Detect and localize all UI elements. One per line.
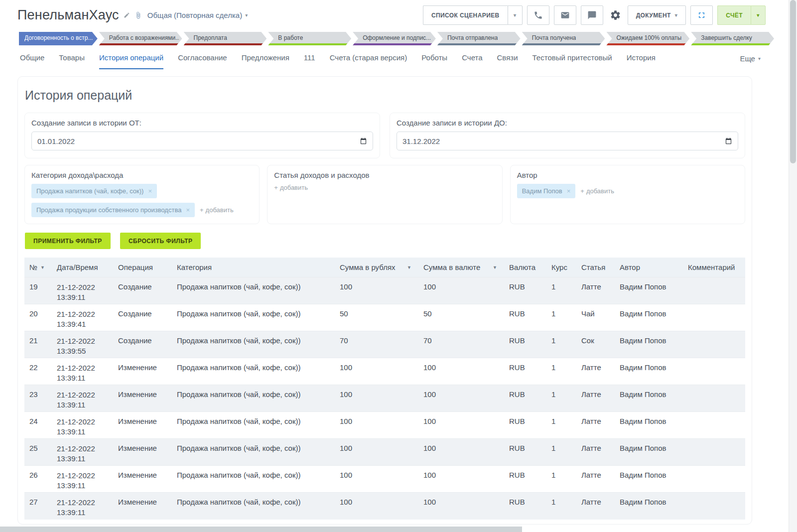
chip-remove-icon[interactable]: × — [148, 187, 152, 195]
vertical-scrollbar[interactable] — [789, 0, 797, 532]
pipeline-stage-2[interactable]: Работа с возражениями... — [99, 32, 182, 45]
column-header-4: Категория — [173, 258, 336, 277]
date-line: 21-12-2022 — [57, 471, 110, 481]
pipeline-stage-4[interactable]: В работе — [268, 32, 351, 45]
column-header-inner: Статья — [581, 263, 612, 271]
horizontal-scrollbar-thumb[interactable] — [0, 527, 522, 532]
tab-more[interactable]: Еще ▾ — [740, 54, 761, 69]
vertical-scrollbar-thumb[interactable] — [790, 0, 796, 163]
stage-label: Оформление и подпис... — [363, 34, 431, 41]
reset-filter-button[interactable]: СБРОСИТЬ ФИЛЬТР — [120, 233, 201, 249]
date-to-value: 31.12.2022 — [402, 137, 440, 145]
tab-1[interactable]: Общие — [20, 53, 44, 69]
tab-2[interactable]: Товары — [59, 53, 85, 69]
tab-11[interactable]: Тестовый притестовый — [532, 53, 612, 69]
table-row[interactable]: 2721-12-202213:39:11ИзменениеПродажа нап… — [24, 493, 745, 520]
stage-label: Ожидаем 100% оплаты — [616, 34, 681, 41]
sort-icon[interactable]: ▼ — [493, 265, 501, 270]
column-header-1[interactable]: №▼ — [24, 258, 53, 277]
pipeline-stage-3[interactable]: Предоплата — [184, 32, 267, 45]
chip-remove-icon[interactable]: × — [186, 206, 190, 214]
scenarios-button[interactable]: СПИСОК СЦЕНАРИЕВ — [423, 5, 508, 25]
table-row[interactable]: 2121-12-202213:39:55СозданиеПродажа напи… — [24, 331, 745, 358]
calendar-icon — [360, 137, 367, 145]
table-row[interactable]: 2421-12-202213:39:11ИзменениеПродажа нап… — [24, 412, 745, 439]
sort-icon[interactable]: ▼ — [40, 265, 49, 270]
column-header-6[interactable]: Сумма в валюте▼ — [419, 258, 505, 277]
tab-4[interactable]: Согласование — [178, 53, 227, 69]
column-header-5[interactable]: Сумма в рублях▼ — [336, 258, 419, 277]
chip-label: Продажа продукции собственного производс… — [36, 206, 181, 214]
history-card: История операций Создание записи в истор… — [17, 76, 752, 525]
table-row[interactable]: 2521-12-202213:39:11ИзменениеПродажа нап… — [24, 439, 745, 466]
date-from-input[interactable]: 01.01.2022 — [31, 132, 373, 150]
document-button[interactable]: ДОКУМЕНТ ▾ — [628, 5, 686, 25]
scenarios-dropdown-button[interactable]: ▾ — [508, 5, 523, 25]
attachment-icon[interactable] — [134, 11, 142, 19]
table-cell: Вадим Попов — [616, 466, 684, 493]
tab-8[interactable]: Роботы — [421, 53, 447, 69]
column-header-11: Комментарий — [684, 258, 745, 277]
column-header-9: Статья — [577, 258, 616, 277]
date-to-input[interactable]: 31.12.2022 — [397, 132, 738, 150]
tab-5[interactable]: Предложения — [242, 53, 289, 69]
tab-9[interactable]: Счета — [462, 53, 482, 69]
chevron-down-icon: ▾ — [758, 56, 761, 61]
column-header-inner: Комментарий — [688, 263, 741, 271]
edit-title-icon[interactable] — [124, 12, 130, 18]
column-header-label: Комментарий — [688, 263, 735, 271]
tab-10[interactable]: Связи — [497, 53, 518, 69]
table-cell: 1 — [547, 277, 577, 304]
table-cell: RUB — [505, 466, 547, 493]
author-add-link[interactable]: + добавить — [580, 187, 614, 195]
sort-icon[interactable]: ▼ — [407, 265, 415, 270]
table-cell: 70 — [419, 331, 505, 358]
tab-3[interactable]: История операций — [99, 53, 163, 69]
mail-icon — [560, 10, 570, 20]
phone-button[interactable] — [527, 5, 549, 25]
table-cell: Вадим Попов — [616, 331, 684, 358]
table-cell: 27 — [24, 493, 53, 520]
table-row[interactable]: 2321-12-202213:39:11ИзменениеПродажа нап… — [24, 385, 745, 412]
pipeline-stage-5[interactable]: Оформление и подпис... — [353, 32, 436, 45]
invoice-button[interactable]: СЧЁТ — [717, 5, 751, 25]
tab-12[interactable]: История — [627, 53, 656, 69]
pipeline-stage-7[interactable]: Почта получена — [522, 32, 605, 45]
table-cell: 21-12-202213:39:11 — [53, 277, 114, 304]
invoice-dropdown-button[interactable]: ▾ — [751, 5, 766, 25]
table-row[interactable]: 2621-12-202213:39:11ИзменениеПродажа нап… — [24, 466, 745, 493]
table-row[interactable]: 2021-12-202213:39:41СозданиеПродажа напи… — [24, 304, 745, 331]
date-line: 13:39:11 — [57, 373, 110, 383]
fullscreen-button[interactable] — [690, 5, 713, 25]
article-filter-box: Статья доходов и расходов + добавить — [267, 165, 502, 224]
tab-7[interactable]: Счета (старая версия) — [330, 53, 407, 69]
table-cell: Латте — [577, 493, 616, 520]
horizontal-scrollbar[interactable] — [0, 527, 789, 532]
pipeline-stage-1[interactable]: Договоренность о встр... — [17, 32, 98, 45]
table-cell: Латте — [577, 277, 616, 304]
pipeline-stage-8[interactable]: Ожидаем 100% оплаты — [606, 32, 689, 45]
chat-button[interactable] — [581, 5, 603, 25]
pipeline-selector[interactable]: Общая (Повторная сделка) ▾ — [147, 11, 248, 19]
table-cell: 25 — [24, 439, 53, 466]
date-filters: Создание записи в истории ОТ: 01.01.2022… — [24, 113, 745, 158]
table-cell: 1 — [547, 331, 577, 358]
date-line: 21-12-2022 — [57, 498, 110, 508]
apply-filter-button[interactable]: ПРИМЕНИТЬ ФИЛЬТР — [25, 233, 111, 249]
chip-remove-icon[interactable]: × — [567, 187, 571, 195]
article-add-link[interactable]: + добавить — [274, 184, 308, 191]
tabs-bar: ОбщиеТоварыИстория операцийСогласованиеП… — [0, 45, 797, 69]
table-cell: 100 — [419, 277, 505, 304]
table-row[interactable]: 2221-12-202213:39:11ИзменениеПродажа нап… — [24, 358, 745, 385]
tab-6[interactable]: 111 — [304, 53, 315, 69]
category-add-link[interactable]: + добавить — [200, 206, 234, 214]
pipeline-stage-6[interactable]: Почта отправлена — [437, 32, 521, 45]
table-cell: 19 — [24, 277, 53, 304]
filter-chip: Продажа напитков (чай, кофе, сок))× — [31, 184, 157, 198]
table-cell: Продажа напитков (чай, кофе, сок)) — [173, 439, 336, 466]
settings-gear-icon[interactable] — [610, 9, 621, 21]
column-header-label: Автор — [620, 263, 640, 271]
mail-button[interactable] — [554, 5, 576, 25]
pipeline-stage-9[interactable]: Завершить сделку — [691, 32, 774, 45]
table-row[interactable]: 1921-12-202213:39:11СозданиеПродажа напи… — [24, 277, 745, 304]
